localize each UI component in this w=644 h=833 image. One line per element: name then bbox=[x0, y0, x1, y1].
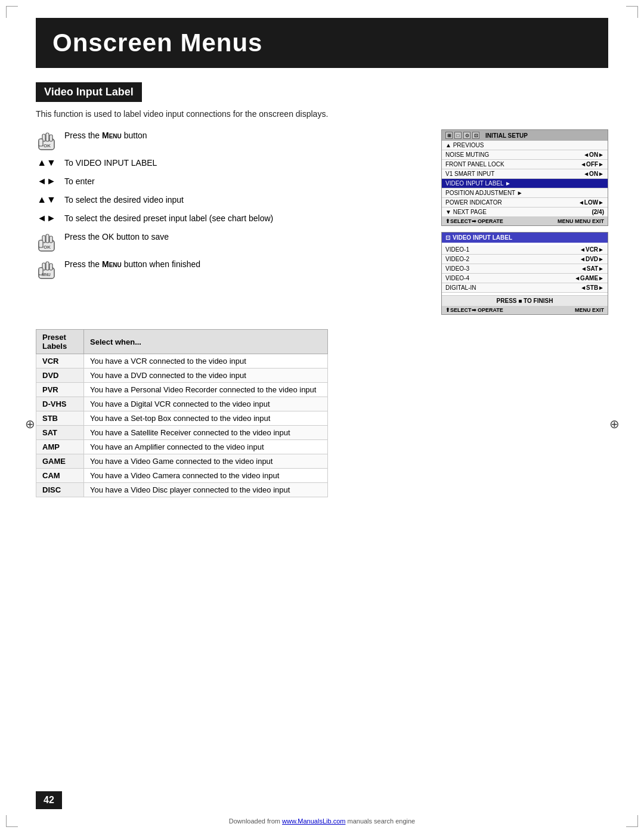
page-container: ⊕ ⊕ Onscreen Menus Video Input Label Thi… bbox=[0, 0, 644, 833]
menu-row-video4-value: ◄GAME► bbox=[574, 275, 604, 281]
menu-row-smartinput-label: V1 SMART INPUT bbox=[445, 171, 494, 177]
instruction-5-text: To select the desired preset input label… bbox=[64, 212, 273, 225]
table-cell-description: You have a DVD connected to the video in… bbox=[84, 368, 328, 383]
intro-text: This function is used to label video inp… bbox=[36, 109, 608, 119]
menu-screen-1-header: ⊞ □ ⊙ ⊡ INITIAL SETUP bbox=[442, 130, 608, 141]
table-cell-label: DVD bbox=[36, 368, 84, 383]
menu-row-video4: VIDEO-4 ◄GAME► bbox=[442, 274, 608, 283]
updown-arrow-icon-1: ▲▼ bbox=[36, 158, 57, 168]
svg-text:OK: OK bbox=[44, 244, 51, 250]
leftright-arrow-icon-2: ◄► bbox=[36, 213, 57, 223]
instruction-7-text: Press the MENU button when finished bbox=[64, 258, 200, 271]
menu-row-nextpage-label: ▼ NEXT PAGE bbox=[445, 209, 487, 215]
leftright-arrow-icon-1: ◄► bbox=[36, 176, 57, 186]
instruction-3: ◄► To enter bbox=[36, 175, 423, 188]
menu-row-video2-label: VIDEO-2 bbox=[445, 256, 469, 262]
table-row: AMP You have an Amplifier connected to t… bbox=[36, 440, 328, 454]
svg-rect-8 bbox=[46, 234, 49, 243]
page-footer: Downloaded from www.ManualsLib.com manua… bbox=[0, 817, 644, 825]
menu-row-power: POWER INDICATOR ◄LOW► bbox=[442, 198, 608, 208]
table-row: PVR You have a Personal Video Recorder c… bbox=[36, 383, 328, 397]
menu-screen-2-icon: ⊡ bbox=[445, 234, 450, 241]
instruction-1-text: Press the MENU button bbox=[64, 129, 147, 142]
instruction-2-text: To VIDEO INPUT LABEL bbox=[64, 157, 157, 169]
crosshair-right: ⊕ bbox=[607, 417, 621, 431]
menu-row-video3: VIDEO-3 ◄SAT► bbox=[442, 264, 608, 274]
table-header-preset: PresetLabels bbox=[36, 330, 84, 354]
table-cell-label: STB bbox=[36, 411, 84, 426]
svg-rect-3 bbox=[49, 135, 52, 141]
menu-row-nextpage-value: (2/4) bbox=[592, 209, 604, 215]
instruction-7: MNU Press the MENU button when finished bbox=[36, 258, 423, 280]
page-title: Onscreen Menus bbox=[52, 29, 592, 57]
section-heading: Video Input Label bbox=[36, 82, 142, 102]
table-cell-description: You have a Personal Video Recorder conne… bbox=[84, 383, 328, 397]
menu-row-video1-value: ◄VCR► bbox=[580, 246, 604, 253]
menu-row-smartinput: V1 SMART INPUT ◄ON► bbox=[442, 169, 608, 179]
menu-row-digital: DIGITAL-IN ◄STB► bbox=[442, 283, 608, 293]
menu-row-video4-label: VIDEO-4 bbox=[445, 275, 469, 281]
updown-arrow-icon-2: ▲▼ bbox=[36, 195, 57, 205]
content-row: OK Press the MENU button ▲▼ To VIDEO INP… bbox=[36, 129, 608, 315]
table-cell-label: PVR bbox=[36, 383, 84, 397]
menu-row-video2: VIDEO-2 ◄DVD► bbox=[442, 255, 608, 264]
table-row: STB You have a Set-top Box connected to … bbox=[36, 411, 328, 426]
preset-table: PresetLabels Select when... VCR You have… bbox=[36, 329, 328, 497]
menu-row-power-label: POWER INDICATOR bbox=[445, 199, 502, 206]
menu-icon-2: □ bbox=[454, 132, 462, 139]
menu-footer-1-left: ⬆SELECT➡ OPERATE bbox=[445, 218, 503, 224]
svg-rect-2 bbox=[46, 133, 49, 141]
menu-screen-2-title-row: ⊡ VIDEO INPUT LABEL bbox=[442, 233, 608, 243]
hand-icon-1: OK bbox=[36, 131, 57, 151]
menu-row-power-value: ◄LOW► bbox=[578, 199, 604, 206]
menu-screen-2-title: VIDEO INPUT LABEL bbox=[453, 234, 512, 241]
svg-text:MNU: MNU bbox=[42, 272, 51, 277]
title-bar: Onscreen Menus bbox=[36, 18, 608, 68]
table-cell-description: You have a Digital VCR connected to the … bbox=[84, 397, 328, 411]
menu-row-prev-label: ▲ PREVIOUS bbox=[445, 142, 484, 148]
menu-row-frontpanel-value: ◄OFF► bbox=[580, 161, 604, 168]
menu-row-video1-label: VIDEO-1 bbox=[445, 246, 469, 253]
menu-row-video2-value: ◄DVD► bbox=[580, 256, 604, 262]
footer-link[interactable]: www.ManualsLib.com bbox=[282, 817, 345, 825]
table-row: VCR You have a VCR connected to the vide… bbox=[36, 354, 328, 368]
table-cell-description: You have an Amplifier connected to the v… bbox=[84, 440, 328, 454]
menu-icon-3: ⊙ bbox=[463, 132, 470, 139]
table-cell-description: You have a Video Game connected to the v… bbox=[84, 454, 328, 469]
menu-row-prev: ▲ PREVIOUS bbox=[442, 141, 608, 150]
table-cell-description: You have a Set-top Box connected to the … bbox=[84, 411, 328, 426]
preset-table-body: VCR You have a VCR connected to the vide… bbox=[36, 354, 328, 497]
instruction-3-text: To enter bbox=[64, 175, 95, 188]
table-header-when: Select when... bbox=[84, 330, 328, 354]
menu-header-icons: ⊞ □ ⊙ ⊡ bbox=[445, 132, 479, 139]
menu-screen-2: ⊡ VIDEO INPUT LABEL VIDEO-1 ◄VCR► VIDEO-… bbox=[441, 232, 608, 315]
instruction-5: ◄► To select the desired preset input la… bbox=[36, 212, 423, 225]
page-number: 42 bbox=[36, 791, 62, 809]
menu-row-video1: VIDEO-1 ◄VCR► bbox=[442, 245, 608, 255]
table-cell-description: You have a Satellite Receiver connected … bbox=[84, 426, 328, 440]
corner-mark-tr bbox=[626, 6, 638, 18]
menu-row-nextpage: ▼ NEXT PAGE (2/4) bbox=[442, 208, 608, 217]
menu-row-digital-label: DIGITAL-IN bbox=[445, 284, 476, 291]
table-cell-label: SAT bbox=[36, 426, 84, 440]
table-cell-description: You have a VCR connected to the video in… bbox=[84, 354, 328, 368]
menu-footer-2-left: ⬆SELECT➡ OPERATE bbox=[445, 307, 503, 313]
hand-icon-menu: MNU bbox=[36, 259, 57, 280]
menu-row-video3-label: VIDEO-3 bbox=[445, 265, 469, 272]
table-row: GAME You have a Video Game connected to … bbox=[36, 454, 328, 469]
menu-screen-1-footer: ⬆SELECT➡ OPERATE MENU MENU EXIT bbox=[442, 217, 608, 225]
menu-row-noise-value: ◄ON► bbox=[583, 151, 604, 158]
table-row: DVD You have a DVD connected to the vide… bbox=[36, 368, 328, 383]
table-row: D-VHS You have a Digital VCR connected t… bbox=[36, 397, 328, 411]
instruction-4-text: To select the desired video input bbox=[64, 194, 184, 206]
corner-mark-tl bbox=[6, 6, 18, 18]
table-cell-description: You have a Video Disc player connected t… bbox=[84, 483, 328, 497]
menu-row-digital-value: ◄STB► bbox=[580, 284, 604, 291]
menu-row-frontpanel: FRONT PANEL LOCK ◄OFF► bbox=[442, 160, 608, 169]
menu-row-position: POSITION ADJUSTMENT ► bbox=[442, 188, 608, 198]
table-cell-description: You have a Video Camera connected to the… bbox=[84, 469, 328, 483]
instruction-2: ▲▼ To VIDEO INPUT LABEL bbox=[36, 157, 423, 169]
instruction-6: OK Press the OK button to save bbox=[36, 231, 423, 252]
svg-rect-9 bbox=[49, 236, 52, 243]
menu-row-frontpanel-label: FRONT PANEL LOCK bbox=[445, 161, 504, 168]
